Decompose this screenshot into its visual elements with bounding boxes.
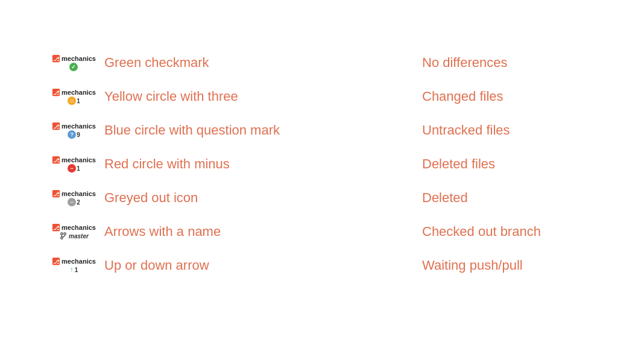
- svg-point-12: [61, 233, 63, 235]
- row-deleted-files: ⎇ mechanics−1Red circle with minusDelete…: [48, 156, 596, 173]
- svg-text:⎇: ⎇: [53, 191, 60, 197]
- status-badge-push-pull: ↑1: [70, 265, 78, 274]
- badge-count: 9: [77, 132, 80, 138]
- row-description: Yellow circle with three: [104, 89, 422, 104]
- repo-group-untracked[interactable]: ⎇ mechanics?9: [48, 122, 99, 139]
- repo-name-label: mechanics: [62, 122, 96, 130]
- repo-name-label: mechanics: [62, 190, 96, 197]
- status-badge-checked-out: master: [59, 232, 89, 240]
- svg-text:⎇: ⎇: [53, 259, 60, 265]
- repo-name-label: mechanics: [62, 224, 96, 231]
- repo-name-label: mechanics: [62, 258, 96, 265]
- svg-text:⎇: ⎇: [53, 225, 60, 231]
- arrow-count: 1: [75, 267, 78, 273]
- repo-name-label: mechanics: [62, 156, 96, 164]
- badge-grey: −: [68, 198, 76, 206]
- svg-text:⎇: ⎇: [53, 56, 60, 62]
- row-untracked: ⎇ mechanics?9Blue circle with question m…: [48, 122, 596, 139]
- row-description: Arrows with a name: [104, 224, 422, 240]
- row-push-pull: ⎇ mechanics↑1Up or down arrowWaiting pus…: [48, 257, 596, 274]
- repo-name-label: mechanics: [62, 89, 96, 96]
- row-description: Green checkmark: [104, 55, 422, 71]
- repo-group-deleted-files[interactable]: ⎇ mechanics−1: [48, 156, 99, 173]
- row-checked-out: ⎇ mechanics masterArrows with a nameChec…: [48, 223, 596, 240]
- repo-group-no-diff[interactable]: ⎇ mechanics✓: [48, 54, 99, 71]
- row-status: Checked out branch: [422, 224, 596, 240]
- badge-count: 1: [77, 165, 80, 172]
- left-changed: ⎇ mechanics☺1Yellow circle with three: [48, 88, 422, 105]
- status-badge-deleted: −2: [68, 198, 80, 206]
- status-badge-changed: ☺1: [68, 97, 80, 105]
- left-deleted-files: ⎇ mechanics−1Red circle with minus: [48, 156, 422, 173]
- branch-name: master: [69, 233, 89, 240]
- left-untracked: ⎇ mechanics?9Blue circle with question m…: [48, 122, 422, 139]
- repo-name-label: mechanics: [62, 55, 96, 62]
- row-no-diff: ⎇ mechanics✓Green checkmarkNo difference…: [48, 54, 596, 71]
- main-container: ⎇ mechanics✓Green checkmarkNo difference…: [0, 0, 644, 345]
- badge-yellow: ☺: [68, 97, 76, 105]
- repo-group-changed[interactable]: ⎇ mechanics☺1: [48, 88, 99, 105]
- svg-point-13: [64, 233, 66, 235]
- badge-count: 1: [77, 98, 80, 104]
- left-deleted: ⎇ mechanics−2Greyed out icon: [48, 189, 422, 206]
- row-status: Deleted files: [422, 156, 596, 172]
- repo-group-checked-out[interactable]: ⎇ mechanics master: [48, 223, 99, 240]
- status-badge-no-diff: ✓: [69, 63, 78, 71]
- left-push-pull: ⎇ mechanics↑1Up or down arrow: [48, 257, 422, 274]
- badge-blue: ?: [68, 130, 76, 139]
- left-no-diff: ⎇ mechanics✓Green checkmark: [48, 54, 422, 71]
- row-status: Waiting push/pull: [422, 258, 596, 273]
- left-checked-out: ⎇ mechanics masterArrows with a name: [48, 223, 422, 240]
- repo-group-push-pull[interactable]: ⎇ mechanics↑1: [48, 257, 99, 274]
- row-description: Up or down arrow: [104, 258, 422, 273]
- row-description: Greyed out icon: [104, 190, 422, 206]
- row-status: No differences: [422, 55, 596, 71]
- repo-group-deleted[interactable]: ⎇ mechanics−2: [48, 189, 99, 206]
- status-badge-deleted-files: −1: [68, 164, 80, 173]
- svg-text:⎇: ⎇: [53, 124, 60, 130]
- badge-red: −: [68, 164, 76, 173]
- row-status: Changed files: [422, 89, 596, 104]
- arrow-icon: ↑: [70, 265, 74, 274]
- row-deleted: ⎇ mechanics−2Greyed out iconDeleted: [48, 189, 596, 206]
- svg-text:⎇: ⎇: [53, 157, 60, 164]
- badge-count: 2: [77, 199, 80, 206]
- status-badge-untracked: ?9: [68, 130, 80, 139]
- row-status: Deleted: [422, 190, 596, 206]
- row-status: Untracked files: [422, 122, 596, 138]
- row-description: Red circle with minus: [104, 156, 422, 172]
- badge-green: ✓: [69, 63, 78, 71]
- svg-text:⎇: ⎇: [53, 90, 60, 96]
- row-changed: ⎇ mechanics☺1Yellow circle with threeCha…: [48, 88, 596, 105]
- row-description: Blue circle with question mark: [104, 122, 422, 138]
